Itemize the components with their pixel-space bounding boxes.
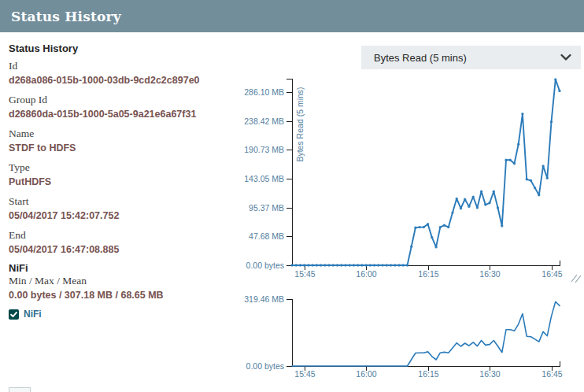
svg-text:95.37 MB: 95.37 MB bbox=[249, 203, 284, 213]
svg-text:16:45: 16:45 bbox=[541, 369, 562, 379]
status-history-dialog: Status History Status History Id d268a08… bbox=[0, 0, 584, 392]
svg-text:190.73 MB: 190.73 MB bbox=[244, 145, 284, 154]
svg-text:286.10 MB: 286.10 MB bbox=[244, 87, 284, 97]
svg-text:16:30: 16:30 bbox=[479, 369, 500, 379]
partial-bottom-button[interactable] bbox=[9, 387, 31, 392]
svg-text:16:00: 16:00 bbox=[356, 269, 376, 279]
svg-text:0.00 bytes: 0.00 bytes bbox=[246, 261, 284, 270]
svg-text:16:15: 16:15 bbox=[418, 269, 438, 279]
chart-resize-handle[interactable] bbox=[570, 272, 582, 283]
svg-text:15:45: 15:45 bbox=[294, 269, 315, 279]
resize-grip-icon bbox=[570, 272, 582, 283]
mini-chart-line bbox=[292, 301, 560, 366]
svg-text:15:45: 15:45 bbox=[294, 369, 315, 379]
svg-text:238.42 MB: 238.42 MB bbox=[244, 116, 284, 126]
svg-text:47.68 MB: 47.68 MB bbox=[249, 231, 284, 241]
svg-text:16:30: 16:30 bbox=[479, 269, 500, 279]
y-axis-label: Bytes Read (5 mins) bbox=[295, 87, 305, 161]
svg-text:16:15: 16:15 bbox=[418, 369, 438, 379]
svg-text:16:00: 16:00 bbox=[356, 369, 376, 379]
main-chart: 0.00 bytes47.68 MB95.37 MB143.05 MB190.7… bbox=[244, 78, 563, 279]
main-chart-line bbox=[292, 80, 560, 265]
svg-text:319.46 MB: 319.46 MB bbox=[244, 294, 284, 304]
svg-text:143.05 MB: 143.05 MB bbox=[244, 174, 284, 183]
svg-text:0.00 bytes: 0.00 bytes bbox=[246, 361, 284, 371]
svg-text:16:45: 16:45 bbox=[541, 269, 562, 279]
status-history-charts: 0.00 bytes47.68 MB95.37 MB143.05 MB190.7… bbox=[0, 0, 584, 392]
mini-chart-brush[interactable]: 0.00 bytes319.46 MB15:4516:0016:1516:301… bbox=[244, 294, 563, 379]
